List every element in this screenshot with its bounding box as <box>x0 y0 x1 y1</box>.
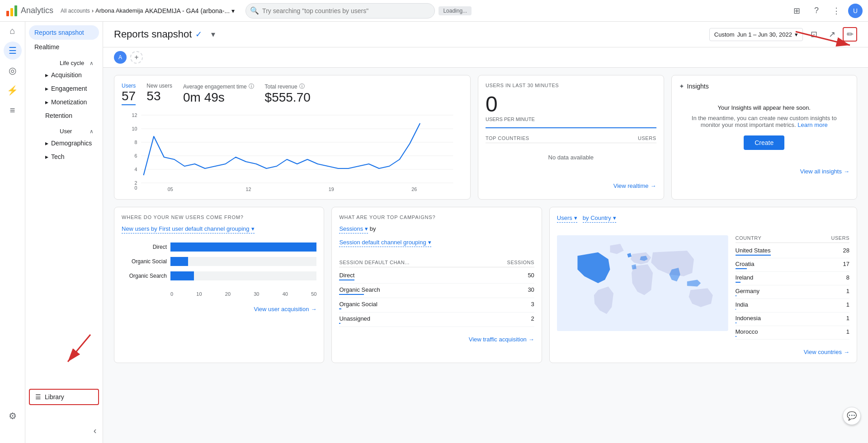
library-item[interactable]: ☰ Library <box>29 389 99 405</box>
chevron-right-icon: ▸ <box>45 98 48 106</box>
sidebar-item-retention[interactable]: Retention <box>33 109 95 122</box>
sidebar-item-realtime[interactable]: Realtime <box>29 40 99 54</box>
country-row-1[interactable]: Croatia 17 <box>736 258 849 272</box>
channel-grouping-dropdown[interactable]: Session default channel grouping ▾ <box>339 239 431 247</box>
svg-text:12: 12 <box>245 187 251 192</box>
explore-icon[interactable]: ≡ <box>4 101 22 119</box>
chevron-right-icon: ▸ <box>45 71 48 79</box>
arrow-right-icon: → <box>311 306 316 312</box>
home-icon[interactable]: ⌂ <box>4 22 22 40</box>
insights-card: ✦ Insights Your Insights will appear her… <box>671 75 858 200</box>
search-icon: 🔍 <box>250 6 259 15</box>
realtime-card: USERS IN LAST 30 MINUTES 0 USERS PER MIN… <box>478 75 664 200</box>
chevron-down-icon: ▾ <box>428 239 431 246</box>
account-selector[interactable]: All accounts › Arbona Akademija AKADEMIJ… <box>61 7 235 14</box>
view-user-acquisition-link[interactable]: View user acquisition → <box>254 306 317 312</box>
arrow-right-icon: → <box>844 349 849 355</box>
sidebar-item-monetization[interactable]: ▸ Monetization <box>33 95 95 109</box>
help-icon[interactable]: ? <box>808 3 825 19</box>
loading-badge: Loading... <box>439 6 472 15</box>
arrow-right-icon: → <box>528 336 534 343</box>
search-input[interactable] <box>245 3 435 19</box>
sidebar-item-acquisition[interactable]: ▸ Acquisition <box>33 68 95 82</box>
more-icon[interactable]: ⋮ <box>828 3 844 19</box>
country-dropdown[interactable]: by Country ▾ <box>583 215 616 223</box>
sessions-dropdown[interactable]: Sessions ▾ <box>339 225 368 233</box>
channels-dropdown[interactable]: New users by First user default channel … <box>122 225 255 233</box>
country-row-2[interactable]: Ireland 8 <box>736 272 849 285</box>
learn-more-link[interactable]: Learn more <box>797 121 827 128</box>
countries-header: TOP COUNTRIES USERS <box>486 134 656 143</box>
sidebar-item-demographics[interactable]: ▸ Demographics <box>33 136 95 150</box>
reports-icon[interactable]: ☰ <box>4 42 22 60</box>
users-chart-card: Users 57 New users 53 Average engagement… <box>114 75 471 200</box>
library-icon: ☰ <box>35 393 41 401</box>
bar-x-labels: 0 10 20 30 40 50 <box>122 291 316 297</box>
chat-button[interactable]: 💬 <box>843 407 861 425</box>
main-content: Reports snapshot ✓ ▾ Custom Jun 1 – Jun … <box>103 0 868 443</box>
users-dropdown[interactable]: Users ▾ <box>557 215 577 223</box>
dashboard-row-2: WHERE DO YOUR NEW USERS COME FROM? New u… <box>114 207 857 363</box>
chevron-down-icon: ▾ <box>795 31 798 38</box>
country-row-3[interactable]: Germany 1 <box>736 285 849 299</box>
campaign-row-0[interactable]: Direct 50 <box>339 269 534 284</box>
chevron-up-icon[interactable]: ∧ <box>90 128 94 135</box>
view-all-insights-link[interactable]: View all insights → <box>800 168 849 175</box>
property-selector[interactable]: AKADEMIJA - GA4 (arbona-... ▾ <box>145 7 235 14</box>
sidebar-icons: ⌂ ☰ ◎ ⚡ ≡ <box>0 0 25 443</box>
chevron-down-icon: ▾ <box>613 215 616 221</box>
info-icon: ⓘ <box>299 83 305 90</box>
svg-rect-1 <box>10 8 13 16</box>
collapse-sidebar-button[interactable]: ‹ <box>86 421 104 439</box>
dashboard-row-1: Users 57 New users 53 Average engagement… <box>114 75 857 200</box>
create-insight-button[interactable]: Create <box>744 135 784 150</box>
verified-icon: ✓ <box>195 29 202 39</box>
metric-avg-engagement[interactable]: Average engagement time ⓘ 0m 49s <box>183 83 254 105</box>
view-countries-link[interactable]: View countries → <box>804 349 849 355</box>
svg-text:Jun: Jun <box>166 191 175 192</box>
sidebar-item-engagement[interactable]: ▸ Engagement <box>33 82 95 95</box>
apps-icon[interactable]: ⊞ <box>788 3 805 19</box>
sidebar-item-tech[interactable]: ▸ Tech <box>33 150 95 163</box>
metric-users[interactable]: Users 57 <box>122 83 136 105</box>
app-logo[interactable]: Analytics <box>5 5 57 17</box>
edit-icon[interactable]: ✏ <box>843 27 857 42</box>
title-dropdown-button[interactable]: ▾ <box>206 27 220 42</box>
campaign-row-1[interactable]: Organic Search 30 <box>339 284 534 298</box>
campaign-row-2[interactable]: Organic Social 3 <box>339 298 534 312</box>
country-row-4[interactable]: India 1 <box>736 299 849 312</box>
chevron-right-icon: ▸ <box>45 85 48 92</box>
audience-icon[interactable]: ◎ <box>4 61 22 79</box>
metric-new-users[interactable]: New users 53 <box>146 83 172 105</box>
metric-total-revenue[interactable]: Total revenue ⓘ $555.70 <box>265 83 311 105</box>
campaigns-card: WHAT ARE YOUR TOP CAMPAIGNS? Sessions ▾ … <box>331 207 542 363</box>
svg-text:4: 4 <box>135 167 137 172</box>
comparison-avatar: A <box>114 51 127 64</box>
export-icon[interactable]: ↗ <box>825 27 839 42</box>
country-row-6[interactable]: Morocco 1 <box>736 326 849 340</box>
chevron-down-icon: ▾ <box>365 225 368 232</box>
user-avatar[interactable]: U <box>848 4 863 18</box>
country-row-5[interactable]: Indonesia 1 <box>736 312 849 326</box>
page-title: Reports snapshot ✓ ▾ <box>114 27 220 42</box>
add-comparison-button[interactable]: + <box>130 51 143 64</box>
insights-title: ✦ Insights <box>679 83 850 90</box>
date-range-selector[interactable]: Custom Jun 1 – Jun 30, 2022 ▾ <box>709 28 803 41</box>
share-icon[interactable]: ⊡ <box>807 27 821 42</box>
view-traffic-acquisition-link[interactable]: View traffic acquisition → <box>469 336 534 343</box>
campaign-row-3[interactable]: Unassigned 2 <box>339 312 534 327</box>
realtime-line <box>486 127 656 128</box>
topbar: Analytics All accounts › Arbona Akademij… <box>0 0 868 22</box>
insights-desc: In the meantime, you can create new cust… <box>686 115 843 128</box>
view-realtime-link[interactable]: View realtime → <box>613 182 656 189</box>
country-row-0[interactable]: United States 28 <box>736 245 849 258</box>
realtime-value: 0 <box>486 92 656 117</box>
settings-icon[interactable]: ⚙ <box>4 407 22 425</box>
insights-star-icon: ✦ <box>679 83 684 90</box>
bar-row-organic-search: Organic Search <box>122 271 316 280</box>
bar-row-direct: Direct <box>122 242 316 252</box>
chevron-up-icon[interactable]: ∧ <box>90 60 94 66</box>
svg-text:6: 6 <box>135 154 137 159</box>
sidebar-item-reports-snapshot[interactable]: Reports snapshot <box>29 25 99 40</box>
events-icon[interactable]: ⚡ <box>4 81 22 99</box>
